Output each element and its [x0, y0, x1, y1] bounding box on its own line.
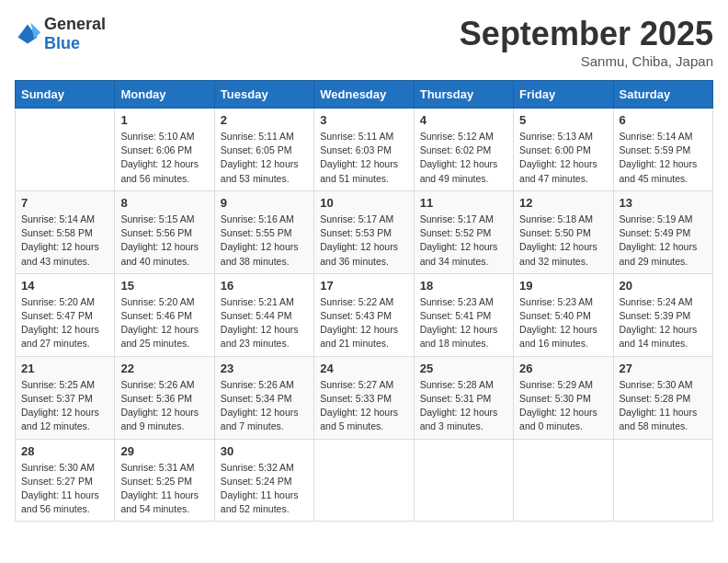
weekday-header-friday: Friday: [514, 81, 613, 109]
calendar-cell: 4Sunrise: 5:12 AM Sunset: 6:02 PM Daylig…: [414, 109, 513, 191]
logo-text: General Blue: [44, 15, 106, 53]
calendar-cell: 2Sunrise: 5:11 AM Sunset: 6:05 PM Daylig…: [214, 109, 313, 191]
calendar-cell: 13Sunrise: 5:19 AM Sunset: 5:49 PM Dayli…: [613, 190, 712, 273]
calendar-week-row: 14Sunrise: 5:20 AM Sunset: 5:47 PM Dayli…: [16, 273, 713, 356]
day-number: 28: [21, 444, 108, 458]
day-info: Sunrise: 5:21 AM Sunset: 5:44 PM Dayligh…: [221, 295, 308, 351]
calendar-cell: 25Sunrise: 5:28 AM Sunset: 5:31 PM Dayli…: [414, 356, 513, 439]
logo: General Blue: [15, 15, 106, 53]
day-info: Sunrise: 5:13 AM Sunset: 6:00 PM Dayligh…: [519, 130, 607, 186]
calendar-cell: 16Sunrise: 5:21 AM Sunset: 5:44 PM Dayli…: [214, 273, 313, 356]
day-number: 17: [320, 279, 407, 293]
day-number: 20: [620, 279, 707, 293]
day-info: Sunrise: 5:15 AM Sunset: 5:56 PM Dayligh…: [120, 213, 208, 269]
weekday-header-saturday: Saturday: [613, 81, 712, 109]
weekday-header-sunday: Sunday: [16, 81, 115, 109]
day-number: 19: [519, 279, 607, 293]
calendar-week-row: 1Sunrise: 5:10 AM Sunset: 6:06 PM Daylig…: [16, 109, 713, 191]
calendar-week-row: 21Sunrise: 5:25 AM Sunset: 5:37 PM Dayli…: [16, 356, 713, 439]
day-info: Sunrise: 5:10 AM Sunset: 6:06 PM Dayligh…: [120, 130, 208, 186]
logo-general: General: [44, 15, 106, 33]
weekday-header-thursday: Thursday: [414, 81, 513, 109]
calendar-cell: 14Sunrise: 5:20 AM Sunset: 5:47 PM Dayli…: [16, 273, 115, 356]
day-number: 25: [420, 362, 507, 375]
day-number: 2: [221, 113, 308, 127]
calendar-cell: [314, 439, 414, 522]
day-info: Sunrise: 5:26 AM Sunset: 5:34 PM Dayligh…: [221, 378, 308, 434]
calendar-cell: 3Sunrise: 5:11 AM Sunset: 6:03 PM Daylig…: [314, 109, 414, 191]
calendar-cell: [514, 439, 613, 522]
weekday-header-row: SundayMondayTuesdayWednesdayThursdayFrid…: [16, 81, 713, 109]
day-info: Sunrise: 5:26 AM Sunset: 5:36 PM Dayligh…: [120, 378, 208, 434]
calendar-cell: 6Sunrise: 5:14 AM Sunset: 5:59 PM Daylig…: [613, 109, 712, 191]
day-number: 10: [320, 196, 407, 210]
calendar-cell: [16, 109, 115, 191]
page-header: General Blue September 2025 Sanmu, Chiba…: [15, 15, 713, 69]
location-subtitle: Sanmu, Chiba, Japan: [460, 53, 713, 69]
day-number: 12: [519, 196, 607, 210]
day-number: 23: [221, 362, 308, 375]
weekday-header-wednesday: Wednesday: [314, 81, 414, 109]
calendar-cell: 11Sunrise: 5:17 AM Sunset: 5:52 PM Dayli…: [414, 190, 513, 273]
day-number: 16: [221, 279, 308, 293]
day-info: Sunrise: 5:29 AM Sunset: 5:30 PM Dayligh…: [519, 378, 607, 434]
weekday-header-tuesday: Tuesday: [214, 81, 313, 109]
calendar-cell: 20Sunrise: 5:24 AM Sunset: 5:39 PM Dayli…: [613, 273, 712, 356]
calendar-cell: 27Sunrise: 5:30 AM Sunset: 5:28 PM Dayli…: [613, 356, 712, 439]
day-number: 15: [120, 279, 208, 293]
day-number: 4: [420, 113, 507, 127]
title-block: September 2025 Sanmu, Chiba, Japan: [460, 15, 713, 69]
day-number: 5: [519, 113, 607, 127]
calendar-cell: 9Sunrise: 5:16 AM Sunset: 5:55 PM Daylig…: [214, 190, 313, 273]
day-number: 8: [120, 196, 208, 210]
calendar-cell: 28Sunrise: 5:30 AM Sunset: 5:27 PM Dayli…: [16, 439, 115, 522]
day-info: Sunrise: 5:22 AM Sunset: 5:43 PM Dayligh…: [320, 295, 407, 351]
calendar-cell: 1Sunrise: 5:10 AM Sunset: 6:06 PM Daylig…: [115, 109, 214, 191]
calendar-cell: 12Sunrise: 5:18 AM Sunset: 5:50 PM Dayli…: [514, 190, 613, 273]
calendar-cell: 17Sunrise: 5:22 AM Sunset: 5:43 PM Dayli…: [314, 273, 414, 356]
day-info: Sunrise: 5:17 AM Sunset: 5:53 PM Dayligh…: [320, 213, 407, 269]
day-info: Sunrise: 5:11 AM Sunset: 6:03 PM Dayligh…: [320, 130, 407, 186]
calendar-cell: 18Sunrise: 5:23 AM Sunset: 5:41 PM Dayli…: [414, 273, 513, 356]
calendar-cell: 24Sunrise: 5:27 AM Sunset: 5:33 PM Dayli…: [314, 356, 414, 439]
calendar-cell: 30Sunrise: 5:32 AM Sunset: 5:24 PM Dayli…: [214, 439, 313, 522]
day-info: Sunrise: 5:16 AM Sunset: 5:55 PM Dayligh…: [221, 213, 308, 269]
day-number: 30: [221, 444, 308, 458]
day-number: 24: [320, 362, 407, 375]
day-info: Sunrise: 5:23 AM Sunset: 5:41 PM Dayligh…: [420, 295, 507, 351]
calendar-cell: 19Sunrise: 5:23 AM Sunset: 5:40 PM Dayli…: [514, 273, 613, 356]
day-info: Sunrise: 5:27 AM Sunset: 5:33 PM Dayligh…: [320, 378, 407, 434]
day-number: 11: [420, 196, 507, 210]
calendar-cell: 7Sunrise: 5:14 AM Sunset: 5:58 PM Daylig…: [16, 190, 115, 273]
day-info: Sunrise: 5:14 AM Sunset: 5:59 PM Dayligh…: [620, 130, 707, 186]
day-info: Sunrise: 5:30 AM Sunset: 5:27 PM Dayligh…: [21, 461, 108, 517]
day-number: 29: [120, 444, 208, 458]
day-info: Sunrise: 5:28 AM Sunset: 5:31 PM Dayligh…: [420, 378, 507, 434]
weekday-header-monday: Monday: [115, 81, 214, 109]
day-info: Sunrise: 5:17 AM Sunset: 5:52 PM Dayligh…: [420, 213, 507, 269]
logo-icon: [15, 21, 40, 47]
calendar-cell: 21Sunrise: 5:25 AM Sunset: 5:37 PM Dayli…: [16, 356, 115, 439]
day-number: 26: [519, 362, 607, 375]
day-number: 27: [620, 362, 707, 375]
day-number: 18: [420, 279, 507, 293]
day-info: Sunrise: 5:30 AM Sunset: 5:28 PM Dayligh…: [620, 378, 707, 434]
day-number: 13: [620, 196, 707, 210]
day-info: Sunrise: 5:24 AM Sunset: 5:39 PM Dayligh…: [620, 295, 707, 351]
day-info: Sunrise: 5:32 AM Sunset: 5:24 PM Dayligh…: [221, 461, 308, 517]
calendar-week-row: 28Sunrise: 5:30 AM Sunset: 5:27 PM Dayli…: [16, 439, 713, 522]
day-info: Sunrise: 5:11 AM Sunset: 6:05 PM Dayligh…: [221, 130, 308, 186]
month-title: September 2025: [460, 15, 713, 53]
day-info: Sunrise: 5:23 AM Sunset: 5:40 PM Dayligh…: [519, 295, 607, 351]
day-number: 21: [21, 362, 108, 375]
calendar-week-row: 7Sunrise: 5:14 AM Sunset: 5:58 PM Daylig…: [16, 190, 713, 273]
day-info: Sunrise: 5:18 AM Sunset: 5:50 PM Dayligh…: [519, 213, 607, 269]
day-info: Sunrise: 5:20 AM Sunset: 5:46 PM Dayligh…: [120, 295, 208, 351]
logo-blue: Blue: [44, 34, 80, 52]
day-number: 22: [120, 362, 208, 375]
day-info: Sunrise: 5:12 AM Sunset: 6:02 PM Dayligh…: [420, 130, 507, 186]
calendar-cell: 22Sunrise: 5:26 AM Sunset: 5:36 PM Dayli…: [115, 356, 214, 439]
day-info: Sunrise: 5:25 AM Sunset: 5:37 PM Dayligh…: [21, 378, 108, 434]
day-number: 9: [221, 196, 308, 210]
day-number: 7: [21, 196, 108, 210]
